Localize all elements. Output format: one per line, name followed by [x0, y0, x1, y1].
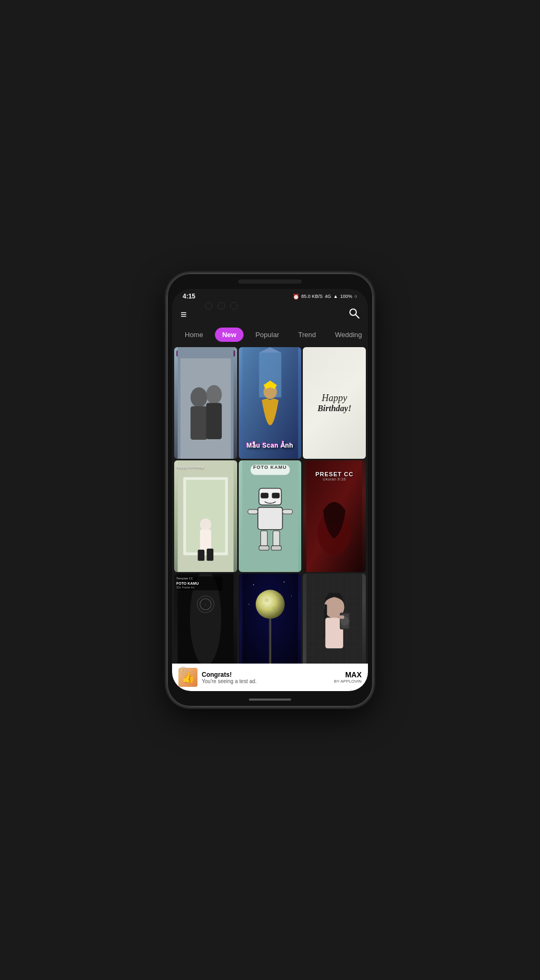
svg-rect-31 [271, 546, 281, 550]
svg-rect-18 [198, 550, 205, 561]
preset-cc-sub: Ukuran 9:16 [316, 477, 354, 481]
signal-icon: ▲ [334, 294, 338, 299]
card-preset-cc[interactable]: PRESET CC Ukuran 9:16 [303, 460, 366, 572]
phone-speaker [238, 279, 302, 284]
svg-rect-17 [200, 530, 211, 552]
camera-left [205, 302, 212, 310]
outdoor-overlay: happy birthday [176, 465, 204, 469]
svg-point-45 [248, 604, 249, 604]
ad-brand-name: MAX [334, 671, 362, 679]
birthday-text: Happy Birthday! [318, 393, 352, 413]
camera-center [218, 302, 225, 310]
svg-point-47 [264, 598, 268, 602]
grid-row-1: Chưa bao giờ mẹ kể Creator: buion2004 [174, 347, 366, 459]
tab-wedding[interactable]: Wedding [328, 328, 368, 342]
svg-point-0 [350, 309, 356, 315]
svg-rect-5 [191, 406, 208, 440]
svg-line-1 [356, 315, 359, 318]
preset-cc-title: PRESET CC [316, 471, 354, 477]
search-button[interactable] [349, 308, 359, 321]
ad-brand-by: BY APPLOVIN [334, 679, 362, 684]
search-icon [349, 308, 359, 319]
tattoo-overlay: Template CC FOTO KAMU 32z Frame Int [176, 577, 199, 590]
svg-rect-28 [260, 531, 267, 548]
ad-banner: 👍 Congrats! You're seeing a test ad. MAX… [172, 664, 368, 691]
preset-cc-content: PRESET CC Ukuran 9:16 [316, 466, 354, 481]
svg-point-16 [200, 519, 211, 531]
svg-point-48 [272, 606, 275, 610]
tab-trend[interactable]: Trend [291, 328, 323, 342]
tattoo-text-3: 32z Frame Int [176, 586, 199, 590]
ad-text-block: Congrats! You're seeing a test ad. [202, 671, 257, 684]
home-indicator [249, 698, 291, 701]
tattoo-text-1: Template CC [176, 577, 199, 581]
battery-level: 100% [340, 294, 353, 299]
svg-rect-19 [206, 549, 213, 561]
svg-rect-23 [260, 493, 268, 498]
svg-rect-26 [248, 510, 258, 514]
grid-row-2: happy birthday [174, 460, 366, 572]
ad-brand-block: MAX BY APPLOVIN [334, 671, 362, 684]
svg-point-43 [284, 582, 285, 583]
moon-scene [239, 574, 302, 664]
robot-figure [239, 460, 302, 572]
card-person-photo[interactable]: Chưa bao giờ mẹ kể Creator: buion2004 [174, 347, 237, 459]
card-girl-phone[interactable] [303, 574, 366, 664]
svg-rect-30 [259, 546, 269, 550]
birthday-line2: Birthday! [318, 404, 352, 413]
svg-rect-27 [282, 510, 292, 514]
network-speed: 85.0 KB/S [301, 294, 323, 299]
tattoo-text-2: FOTO KAMU [176, 581, 199, 586]
svg-point-4 [191, 387, 208, 407]
tab-new[interactable]: New [215, 328, 244, 342]
svg-rect-29 [273, 531, 280, 548]
app-header: ≡ [172, 304, 368, 325]
svg-point-46 [256, 590, 285, 619]
nav-tabs: Home New Popular Trend Wedding [172, 325, 368, 346]
card-beauty-queen[interactable]: Mẫu Scan Ảnh [239, 347, 302, 459]
outdoor-scene [174, 460, 237, 572]
card-tattoo[interactable]: ✦ Template CC FOTO KAMU 32z Frame Int [174, 574, 237, 664]
girl-phone-scene [303, 574, 366, 664]
card-foto-kamu[interactable]: FOTO KAMU [239, 460, 302, 572]
svg-text:✦: ✦ [204, 603, 206, 606]
status-time: 4:15 [183, 293, 195, 300]
tab-home[interactable]: Home [177, 328, 211, 342]
ad-left: 👍 Congrats! You're seeing a test ad. [178, 668, 257, 687]
menu-button[interactable]: ≡ [181, 308, 187, 321]
svg-rect-25 [258, 507, 282, 530]
svg-rect-24 [272, 493, 280, 498]
clock-icon: ⏰ [293, 294, 299, 300]
grid-row-3: ✦ Template CC FOTO KAMU 32z Frame Int [174, 574, 366, 664]
svg-point-6 [206, 385, 222, 404]
birthday-line1: Happy [318, 393, 352, 404]
svg-point-42 [253, 584, 254, 585]
svg-rect-62 [339, 615, 345, 619]
ad-info-button[interactable]: ℹ [179, 667, 187, 674]
tab-popular[interactable]: Popular [248, 328, 286, 342]
card-moon[interactable] [239, 574, 302, 664]
svg-rect-7 [206, 403, 222, 439]
grid-container: Chưa bao giờ mẹ kể Creator: buion2004 [172, 346, 368, 664]
camera-right [230, 302, 238, 310]
foto-kamu-title: FOTO KAMU [239, 465, 302, 470]
network-type: 4G [325, 294, 331, 299]
battery-icon: ○ [355, 294, 357, 299]
ad-congrats-text: Congrats! [202, 671, 257, 678]
screen: 4:15 ⏰ 85.0 KB/S 4G ▲ 100% ○ ≡ Home [172, 289, 368, 691]
svg-point-44 [291, 595, 291, 596]
card-birthday[interactable]: Happy Birthday! [303, 347, 366, 459]
ad-sub-text: You're seeing a test ad. [202, 678, 257, 684]
phone-shell: 4:15 ⏰ 85.0 KB/S 4G ▲ 100% ○ ≡ Home [167, 273, 373, 707]
status-bar: 4:15 ⏰ 85.0 KB/S 4G ▲ 100% ○ [172, 289, 368, 304]
status-right: ⏰ 85.0 KB/S 4G ▲ 100% ○ [293, 294, 357, 300]
mau-scan-text: Mẫu Scan Ảnh [239, 442, 302, 449]
couple-silhouette [174, 347, 237, 459]
card-outdoor[interactable]: happy birthday [174, 460, 237, 572]
